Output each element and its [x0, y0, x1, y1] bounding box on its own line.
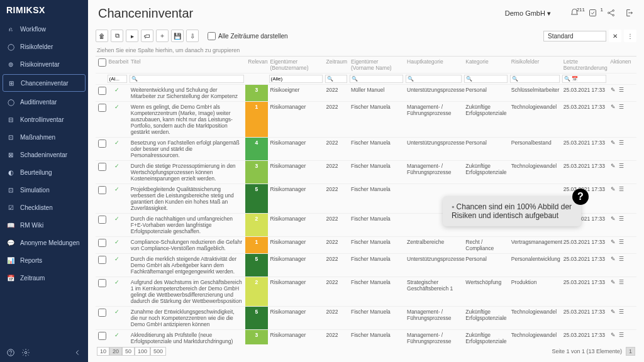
help-icon[interactable]	[6, 348, 15, 357]
col-titel[interactable]: Titel	[128, 57, 246, 74]
row-checkbox[interactable]	[98, 163, 106, 171]
row-checkbox[interactable]	[98, 256, 106, 264]
all-periods-checkbox[interactable]	[208, 32, 216, 40]
all-periods-check[interactable]: Alle Zeiträume darstellen	[208, 32, 288, 40]
page-size-50[interactable]: 50	[122, 347, 135, 356]
layout-select[interactable]: Standard	[543, 31, 606, 41]
sidebar-item-checklisten[interactable]: ☑Checklisten	[0, 199, 88, 216]
add-button[interactable]: ＋	[156, 30, 169, 42]
tag-button[interactable]: 🏷	[141, 30, 153, 42]
clear-layout-button[interactable]: ✕	[609, 30, 621, 42]
collapse-icon[interactable]	[73, 348, 82, 357]
sidebar-item-rm-wiki[interactable]: 📖RM Wiki	[0, 216, 88, 234]
col-letzte[interactable]: Letzte Benutzeränderung	[561, 57, 608, 74]
list-icon[interactable]: ☰	[619, 239, 626, 246]
filter-zeitraum[interactable]	[325, 75, 347, 83]
list-icon[interactable]: ☰	[619, 256, 626, 263]
sidebar-item-maßnahmen[interactable]: ⊡Maßnahmen	[0, 128, 88, 146]
sidebar-item-auditinventar[interactable]: ◯Auditinventar	[0, 93, 88, 111]
select-all-checkbox[interactable]	[98, 58, 106, 67]
sidebar-item-zeitraum[interactable]: 📅Zeitraum	[0, 269, 88, 287]
filter-feld[interactable]	[510, 75, 560, 83]
edit-icon[interactable]: ✎	[611, 309, 618, 315]
settings-icon[interactable]	[21, 348, 30, 357]
filter-titel[interactable]	[130, 75, 245, 83]
col-zeitraum[interactable]: Zeitraum	[324, 57, 348, 74]
copy-button[interactable]: ⧉	[111, 30, 123, 42]
page-size-100[interactable]: 100	[135, 347, 150, 356]
col-bearbeitet[interactable]: Bearbeitet	[106, 57, 128, 74]
layout-menu-button[interactable]: ⋮	[624, 30, 636, 42]
table-row[interactable]: ✓ Weiterentwicklung und Schulung der Mit…	[96, 85, 636, 102]
list-icon[interactable]: ☰	[619, 186, 626, 193]
export-button[interactable]: ⇩	[186, 30, 199, 42]
table-row[interactable]: ✓ Durch die stetige Prozessoptimierung i…	[96, 161, 636, 184]
edit-icon[interactable]: ✎	[611, 87, 618, 94]
sidebar-item-anonyme-meldungen[interactable]: 💬Anonyme Meldungen	[0, 234, 88, 251]
list-icon[interactable]: ☰	[619, 279, 626, 286]
filter-haupt[interactable]	[406, 75, 462, 83]
edit-icon[interactable]: ✎	[611, 216, 618, 222]
sidebar-item-schadeninventar[interactable]: ⊠Schadeninventar	[0, 146, 88, 163]
table-row[interactable]: ✓ Compliance-Schulungen reduzieren die G…	[96, 237, 636, 254]
assign-button[interactable]: ▸	[126, 30, 138, 42]
tasks-icon[interactable]: 1	[588, 8, 597, 19]
bell-icon[interactable]: 211	[570, 8, 579, 19]
page-size-500[interactable]: 500	[150, 347, 166, 356]
row-checkbox[interactable]	[98, 87, 106, 95]
org-selector[interactable]: Demo GmbH ▾	[505, 9, 551, 18]
edit-icon[interactable]: ✎	[611, 279, 618, 286]
row-checkbox[interactable]	[98, 309, 106, 317]
col-aktionen[interactable]: Aktionen	[608, 57, 636, 74]
filter-kat[interactable]	[464, 75, 508, 83]
share-icon[interactable]	[606, 8, 616, 19]
page-size-20[interactable]: 20	[109, 347, 122, 356]
edit-icon[interactable]: ✎	[611, 332, 618, 339]
filter-letzte[interactable]	[562, 75, 607, 83]
sidebar-item-risikofelder[interactable]: ◯Risikofelder	[0, 38, 88, 55]
filter-bearbeitet[interactable]	[108, 75, 127, 83]
col-owner-user[interactable]: Eigentümer (Benutzername)	[268, 57, 324, 74]
edit-icon[interactable]: ✎	[611, 239, 618, 246]
col-hauptkategorie[interactable]: Hauptkategorie	[404, 57, 463, 74]
table-row[interactable]: ✓ Besetzung von Fachstellen erfolgt plan…	[96, 138, 636, 161]
row-checkbox[interactable]	[98, 239, 106, 247]
table-row[interactable]: ✓ Akkreditierung als Prüfstelle (neue Er…	[96, 330, 636, 345]
save-button[interactable]: 💾	[171, 30, 184, 42]
row-checkbox[interactable]	[98, 140, 106, 148]
sidebar-item-workflow[interactable]: ⎌Workflow	[0, 20, 88, 38]
row-checkbox[interactable]	[98, 279, 106, 287]
table-row[interactable]: ✓ Durch die merklich steigende Attraktiv…	[96, 254, 636, 277]
edit-icon[interactable]: ✎	[611, 163, 618, 170]
sidebar-item-beurteilung[interactable]: ◐Beurteilung	[0, 163, 88, 181]
list-icon[interactable]: ☰	[619, 140, 626, 146]
list-icon[interactable]: ☰	[619, 332, 626, 339]
page-size-10[interactable]: 10	[97, 347, 109, 356]
list-icon[interactable]: ☰	[619, 104, 626, 111]
edit-icon[interactable]: ✎	[611, 104, 618, 111]
row-checkbox[interactable]	[98, 104, 106, 112]
list-icon[interactable]: ☰	[619, 163, 626, 170]
filter-owner-name[interactable]	[350, 75, 403, 83]
col-kategorie[interactable]: Kategorie	[463, 57, 509, 74]
sidebar-item-kontrollinventar[interactable]: ⊟Kontrollinventar	[0, 111, 88, 128]
sidebar-item-chanceninventar[interactable]: ⊞Chanceninventar	[3, 74, 86, 92]
page-1-button[interactable]: 1	[626, 347, 635, 356]
row-checkbox[interactable]	[98, 216, 106, 224]
sidebar-item-risikoinventar[interactable]: ⊚Risikoinventar	[0, 55, 88, 73]
edit-icon[interactable]: ✎	[611, 140, 618, 146]
row-checkbox[interactable]	[98, 332, 106, 340]
table-row[interactable]: ✓ Aufgrund des Wachstums im Geschäftsber…	[96, 277, 636, 307]
col-relevanz[interactable]: Relevanz	[245, 57, 267, 74]
logout-icon[interactable]	[625, 8, 634, 19]
edit-icon[interactable]: ✎	[611, 186, 618, 193]
sidebar-item-reports[interactable]: 📊Reports	[0, 251, 88, 269]
col-owner-name[interactable]: Eigentümer (Vorname Name)	[348, 57, 404, 74]
edit-icon[interactable]: ✎	[611, 256, 618, 263]
list-icon[interactable]: ☰	[619, 216, 626, 222]
table-row[interactable]: ✓ Zunahme der Entwicklungsgeschwindigkei…	[96, 307, 636, 330]
col-risikofelder[interactable]: Risikofelder	[509, 57, 561, 74]
list-icon[interactable]: ☰	[619, 87, 626, 94]
list-icon[interactable]: ☰	[619, 309, 626, 315]
delete-button[interactable]: 🗑	[96, 30, 108, 42]
